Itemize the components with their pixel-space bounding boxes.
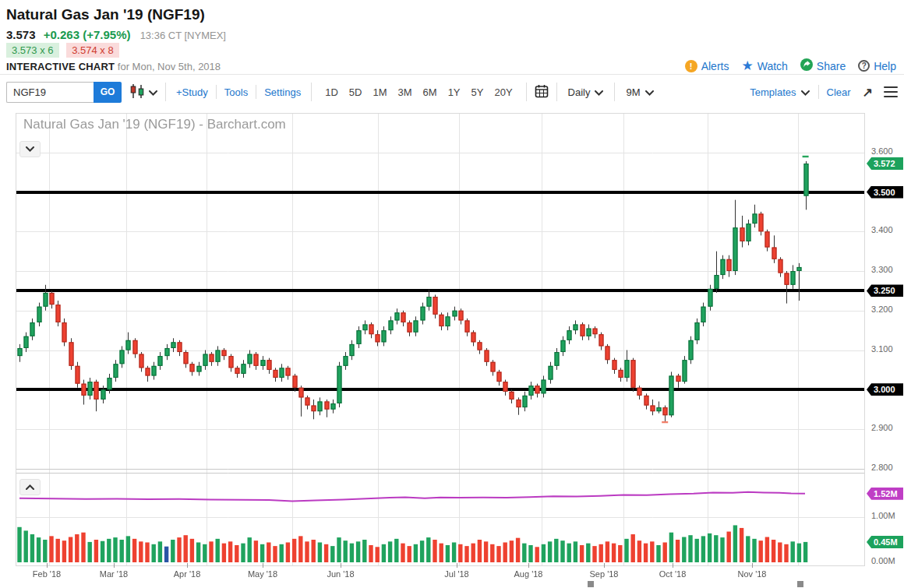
y-axis-label: 1.00M bbox=[871, 511, 895, 520]
settings-button[interactable]: Settings bbox=[262, 85, 303, 100]
x-axis-tick bbox=[187, 563, 188, 568]
y-axis-label: 3.300 bbox=[871, 265, 893, 274]
price-change: +0.263 (+7.95%) bbox=[44, 28, 131, 41]
x-axis-tick bbox=[47, 563, 48, 568]
calendar-icon bbox=[535, 84, 549, 100]
y-axis-label: 2.900 bbox=[871, 423, 893, 432]
x-axis-tick bbox=[263, 563, 263, 568]
header-links: !Alerts ★Watch Share ?Help bbox=[685, 58, 896, 73]
range-button-5d[interactable]: 5D bbox=[344, 84, 367, 100]
candlestick-type-icon bbox=[129, 83, 147, 101]
chevron-down-icon bbox=[26, 146, 34, 152]
symbol-input[interactable] bbox=[6, 82, 94, 103]
price-panel-collapse-button[interactable] bbox=[19, 141, 41, 157]
clear-button[interactable]: Clear bbox=[825, 85, 853, 100]
price-badge-magenta: 1.52M bbox=[867, 488, 903, 500]
y-axis-label: 3.200 bbox=[871, 305, 893, 314]
x-axis-label: Jul '18 bbox=[444, 569, 468, 579]
chevron-down-icon bbox=[595, 86, 603, 98]
quote-timestamp: 13:36 CT [NYMEX] bbox=[140, 30, 226, 41]
x-axis-tick bbox=[114, 563, 115, 568]
page-title: Natural Gas Jan '19 (NGF19) bbox=[6, 6, 205, 23]
chart-toolbar: GO +Study Tools Settings 1D5D1M3M6M1Y5Y2… bbox=[6, 75, 898, 109]
x-axis-tick bbox=[673, 563, 673, 568]
add-study-button[interactable]: +Study bbox=[174, 85, 210, 100]
bid-ask-row: 3.573 x 6 3.574 x 8 bbox=[6, 44, 119, 56]
tools-button[interactable]: Tools bbox=[222, 85, 250, 100]
toolbar-separator bbox=[526, 83, 527, 101]
chevron-down-icon bbox=[801, 86, 810, 98]
alert-icon: ! bbox=[685, 60, 697, 72]
x-axis-tick bbox=[341, 563, 341, 568]
x-axis-label: Nov '18 bbox=[738, 569, 767, 579]
chevron-down-icon bbox=[149, 86, 157, 98]
frequency-dropdown[interactable]: Daily bbox=[565, 85, 607, 100]
toolbar-separator bbox=[216, 85, 217, 99]
x-axis-label: Aug '18 bbox=[514, 569, 543, 579]
expand-chart-icon[interactable]: ↗ bbox=[863, 85, 873, 100]
star-icon: ★ bbox=[741, 60, 753, 72]
help-link[interactable]: ?Help bbox=[858, 60, 896, 72]
chart-canvas[interactable] bbox=[16, 113, 865, 566]
go-button[interactable]: GO bbox=[94, 82, 122, 103]
range-button-1y[interactable]: 1Y bbox=[443, 84, 465, 100]
chart-watermark: Natural Gas Jan '19 (NGF19) - Barchart.c… bbox=[23, 117, 286, 132]
scrollbar-handle[interactable] bbox=[797, 581, 803, 587]
price-badge-green: 3.572 bbox=[867, 157, 903, 170]
calendar-button[interactable] bbox=[535, 84, 549, 100]
x-axis-tick bbox=[457, 563, 457, 568]
help-icon: ? bbox=[858, 60, 870, 72]
volume-panel-collapse-button[interactable] bbox=[19, 479, 41, 495]
chevron-up-icon bbox=[26, 484, 34, 490]
x-axis-label: Apr '18 bbox=[174, 569, 201, 579]
range-button-20y[interactable]: 20Y bbox=[489, 84, 517, 100]
x-axis-tick bbox=[528, 563, 529, 568]
x-axis-tick bbox=[752, 563, 753, 568]
chart-type-dropdown[interactable] bbox=[129, 83, 157, 101]
price-badge-green: 0.45M bbox=[867, 536, 903, 548]
share-link[interactable]: Share bbox=[800, 58, 846, 73]
interactive-chart-label: INTERACTIVE CHART for Mon, Nov 5th, 2018 bbox=[6, 61, 221, 72]
y-axis-label: 2.800 bbox=[871, 463, 893, 472]
menu-icon[interactable] bbox=[884, 86, 898, 98]
x-axis-label: Jun '18 bbox=[327, 569, 354, 579]
x-axis-label: Mar '18 bbox=[100, 569, 128, 579]
range-button-5y[interactable]: 5Y bbox=[467, 84, 489, 100]
x-axis-label: Feb '18 bbox=[33, 569, 61, 579]
toolbar-separator bbox=[556, 83, 557, 101]
bid-badge: 3.573 x 6 bbox=[6, 43, 59, 58]
y-axis-label: 3.100 bbox=[871, 344, 893, 354]
range-button-1d[interactable]: 1D bbox=[320, 84, 343, 100]
range-button-6m[interactable]: 6M bbox=[418, 84, 442, 100]
x-axis-label: Oct '18 bbox=[659, 569, 687, 579]
templates-dropdown[interactable]: Templates bbox=[747, 85, 812, 100]
price-badge-black: 3.000 bbox=[867, 383, 903, 396]
watch-link[interactable]: ★Watch bbox=[741, 60, 787, 72]
toolbar-separator bbox=[614, 83, 615, 101]
range-button-3m[interactable]: 3M bbox=[394, 84, 417, 100]
toolbar-separator bbox=[311, 83, 312, 101]
barchart-page: Natural Gas Jan '19 (NGF19) 3.573 +0.263… bbox=[0, 0, 904, 588]
alerts-link[interactable]: !Alerts bbox=[685, 60, 729, 72]
y-axis-label: 3.400 bbox=[871, 225, 893, 234]
x-axis-label: May '18 bbox=[248, 569, 277, 579]
price-badge-black: 3.250 bbox=[867, 284, 903, 297]
quote-row: 3.573 +0.263 (+7.95%) 13:36 CT [NYMEX] bbox=[6, 28, 226, 41]
share-icon bbox=[800, 58, 813, 73]
x-axis-tick bbox=[604, 563, 605, 568]
span-dropdown[interactable]: 9M bbox=[623, 85, 656, 100]
toolbar-right-group: Templates Clear ↗ bbox=[747, 85, 898, 100]
toolbar-separator bbox=[165, 83, 166, 101]
chevron-down-icon bbox=[645, 86, 654, 98]
y-axis-label: 0.00M bbox=[871, 556, 895, 565]
range-buttons-group: 1D5D1M3M6M1Y5Y20Y bbox=[320, 84, 517, 100]
x-axis-label: Sep '18 bbox=[590, 569, 619, 579]
y-axis-label: 3.600 bbox=[871, 146, 893, 156]
range-button-1m[interactable]: 1M bbox=[368, 84, 391, 100]
ask-badge: 3.574 x 8 bbox=[66, 43, 119, 58]
last-price: 3.573 bbox=[6, 28, 36, 41]
scrollbar-handle[interactable] bbox=[588, 581, 594, 587]
toolbar-separator bbox=[818, 85, 819, 99]
toolbar-separator bbox=[256, 85, 256, 99]
price-badge-black: 3.500 bbox=[867, 186, 903, 199]
